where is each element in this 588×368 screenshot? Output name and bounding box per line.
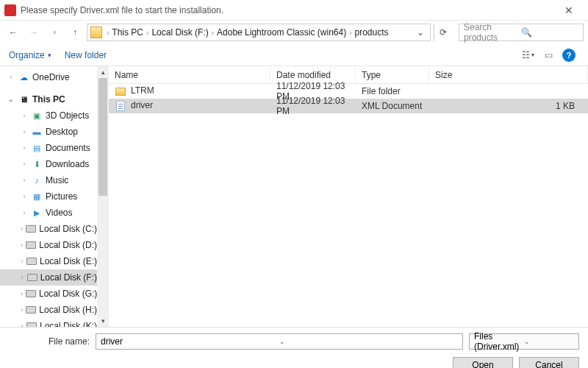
filename-label: File name: (9, 336, 90, 347)
videos-icon: ▶ (31, 207, 43, 219)
breadcrumb-dropdown[interactable]: ⌄ (414, 27, 427, 38)
tree-item-videos[interactable]: ›▶Videos (0, 205, 97, 221)
cancel-button[interactable]: Cancel (519, 357, 579, 368)
organize-menu[interactable]: Organize▾ (9, 50, 51, 60)
chevron-down-icon[interactable]: ⌄ (279, 338, 458, 345)
file-date: 11/12/2019 12:03 PM (270, 96, 356, 116)
tree-item-local-disk-c-[interactable]: ›Local Disk (C:) (0, 221, 97, 237)
up-button[interactable]: ↑ (66, 24, 84, 41)
documents-icon: ▤ (31, 142, 43, 154)
file-type: XML Document (356, 101, 429, 111)
tree-item-3d-objects[interactable]: ›▣3D Objects (0, 107, 97, 124)
file-name: LTRM (131, 85, 154, 96)
window-title: Please specify Driver.xml file to start … (21, 5, 554, 15)
tree-item-local-disk-e-[interactable]: ›Local Disk (E:) (0, 253, 97, 269)
preview-pane-button[interactable]: ▭ (538, 47, 559, 63)
tree-item-music[interactable]: ›♪Music (0, 172, 97, 188)
disk-icon (26, 288, 36, 300)
search-input[interactable]: Search products 🔍 (459, 24, 584, 41)
file-type: File folder (356, 86, 429, 96)
tree-item-pictures[interactable]: ›▦Pictures (0, 188, 97, 205)
breadcrumb-segment[interactable]: Local Disk (F:) (150, 27, 209, 38)
breadcrumb-segment[interactable]: This PC (110, 27, 145, 38)
file-list: Name Date modified Type Size LTRM11/12/2… (109, 66, 588, 327)
chevron-down-icon: ⌄ (524, 338, 574, 345)
open-button[interactable]: Open (453, 357, 513, 368)
desktop-icon: ▬ (31, 126, 43, 138)
column-header-type[interactable]: Type (356, 66, 429, 83)
disk-icon (26, 320, 37, 327)
tree-item-documents[interactable]: ›▤Documents (0, 140, 97, 156)
disk-icon (26, 255, 37, 267)
breadcrumb-segment[interactable]: products (354, 27, 390, 38)
tree-item-local-disk-h-[interactable]: ›Local Disk (H:) (0, 302, 97, 318)
tree-item-downloads[interactable]: ›⬇Downloads (0, 156, 97, 172)
tree-thispc[interactable]: ⌄🖥This PC (0, 91, 97, 107)
search-icon: 🔍 (521, 27, 578, 38)
help-button[interactable]: ? (559, 47, 579, 63)
file-size: 1 KB (429, 101, 588, 111)
back-button[interactable]: ← (4, 24, 22, 41)
tree-scrollbar[interactable]: ▴ ▾ (97, 66, 109, 327)
cloud-icon: ☁ (18, 71, 29, 83)
file-name: driver (131, 100, 153, 110)
chevron-right-icon: › (349, 29, 351, 37)
disk-icon (26, 223, 36, 235)
disk-icon (26, 239, 36, 251)
disk-icon (27, 272, 37, 283)
tree-item-local-disk-f-[interactable]: ›Local Disk (F:) (0, 269, 97, 286)
navigation-tree: ›☁OneDrive⌄🖥This PC›▣3D Objects›▬Desktop… (0, 66, 97, 327)
refresh-button[interactable]: ⟳ (434, 24, 451, 41)
scroll-thumb[interactable] (98, 78, 107, 196)
breadcrumb-segment[interactable]: Adobe Lightroom Classic (win64) (215, 27, 348, 38)
downloads-icon: ⬇ (31, 158, 43, 170)
xml-file-icon (115, 100, 126, 112)
folder-icon (90, 26, 102, 38)
tree-item-local-disk-d-[interactable]: ›Local Disk (D:) (0, 237, 97, 253)
close-button[interactable]: ✕ (554, 4, 584, 16)
view-options[interactable]: ☷ ▾ (517, 47, 538, 63)
music-icon: ♪ (31, 174, 43, 186)
3d-icon: ▣ (31, 110, 43, 121)
scroll-up-icon[interactable]: ▴ (97, 66, 109, 78)
filename-input[interactable]: driver ⌄ (96, 333, 463, 350)
new-folder-button[interactable]: New folder (65, 50, 107, 60)
filetype-select[interactable]: Files (Driver.xml) ⌄ (469, 333, 579, 350)
column-header-name[interactable]: Name (109, 66, 270, 83)
tree-item-local-disk-g-[interactable]: ›Local Disk (G:) (0, 286, 97, 302)
disk-icon (26, 304, 36, 316)
chevron-right-icon: › (107, 29, 109, 37)
tree-onedrive[interactable]: ›☁OneDrive (0, 69, 97, 85)
pictures-icon: ▦ (31, 191, 43, 202)
folder-icon (115, 85, 126, 97)
tree-item-desktop[interactable]: ›▬Desktop (0, 124, 97, 140)
forward-button[interactable]: → (25, 24, 43, 41)
chevron-right-icon: › (146, 29, 148, 37)
search-placeholder: Search products (464, 22, 521, 43)
chevron-right-icon: › (212, 29, 214, 37)
file-row[interactable]: driver11/12/2019 12:03 PMXML Document1 K… (109, 99, 588, 113)
column-header-size[interactable]: Size (429, 66, 588, 83)
recent-dropdown[interactable]: ▾ (46, 24, 63, 41)
pc-icon: 🖥 (18, 93, 29, 105)
scroll-down-icon[interactable]: ▾ (97, 315, 109, 327)
breadcrumb[interactable]: › This PC › Local Disk (F:) › Adobe Ligh… (87, 24, 431, 41)
app-icon (4, 4, 16, 16)
tree-item-local-disk-k-[interactable]: ›Local Disk (K:) (0, 318, 97, 327)
